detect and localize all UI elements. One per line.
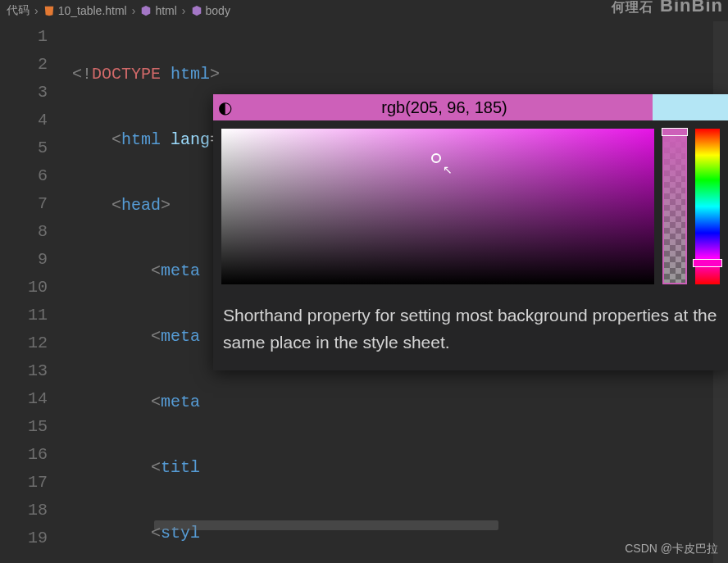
saturation-value-field[interactable]: ↖ <box>221 129 654 284</box>
property-description: Shorthand property for setting most back… <box>213 293 728 370</box>
color-picker-header[interactable]: ◐ rgb(205, 96, 185) <box>213 94 728 120</box>
chevron-right-icon: › <box>34 4 39 17</box>
hue-slider[interactable] <box>695 129 720 284</box>
line-number-gutter: 1 2 3 4 5 6 7 8 9 10 11 12 13 14 15 16 1… <box>0 21 72 563</box>
symbol-icon <box>140 5 152 16</box>
opacity-slider[interactable] <box>662 129 687 284</box>
watermark-top: 何理石BinBin <box>612 0 723 16</box>
code-line: <titl <box>72 454 728 482</box>
opacity-slider-thumb[interactable] <box>662 129 687 135</box>
breadcrumb-root[interactable]: 代码 <box>7 3 30 18</box>
code-line: <!DOCTYPE html> <box>72 61 728 89</box>
html-file-icon <box>43 5 55 16</box>
mouse-cursor-icon: ↖ <box>443 163 453 176</box>
previous-color-swatch[interactable] <box>653 94 728 120</box>
breadcrumb-node[interactable]: body <box>206 4 230 17</box>
breadcrumb-node[interactable]: html <box>155 4 176 17</box>
chevron-right-icon: › <box>132 4 136 17</box>
symbol-icon <box>191 5 202 16</box>
watermark-bottom: CSDN @卡皮巴拉 <box>625 542 718 556</box>
color-value-label[interactable]: rgb(205, 96, 185) <box>236 98 653 117</box>
contrast-icon[interactable]: ◐ <box>213 98 236 117</box>
hue-slider-thumb[interactable] <box>694 260 721 266</box>
chevron-right-icon: › <box>182 4 186 17</box>
color-picker-popup: ◐ rgb(205, 96, 185) ↖ Shorthand property… <box>213 94 728 370</box>
code-line: <meta <box>72 388 728 416</box>
horizontal-scrollbar[interactable] <box>154 520 498 530</box>
color-cursor-icon <box>431 153 441 163</box>
breadcrumb-file[interactable]: 10_table.html <box>58 4 127 17</box>
